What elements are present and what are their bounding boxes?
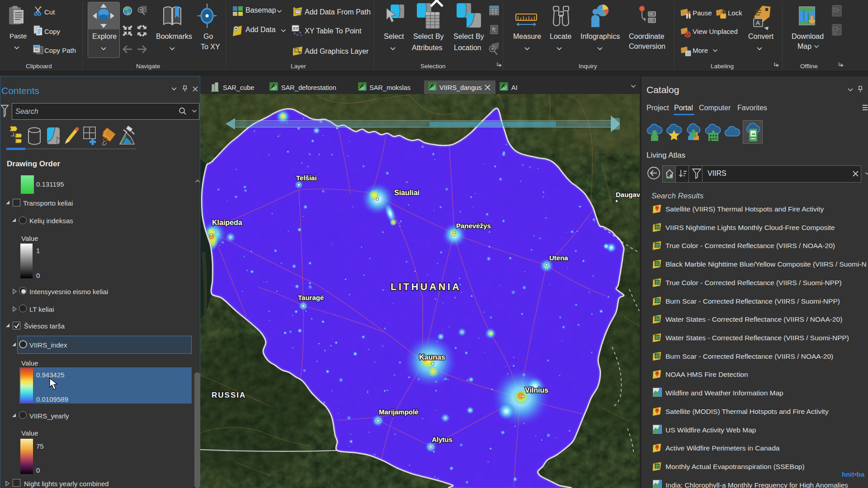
svg-text:Kaunas: Kaunas xyxy=(419,353,445,361)
svg-text:Telšiai: Telšiai xyxy=(296,174,317,182)
svg-text:Klaipeda: Klaipeda xyxy=(212,219,242,226)
svg-text:Utena: Utena xyxy=(549,254,568,262)
svg-text:Vilnius: Vilnius xyxy=(525,386,548,394)
svg-text:Tauragė: Tauragė xyxy=(298,294,324,301)
svg-text:RUSSIA: RUSSIA xyxy=(212,391,246,399)
svg-text:Alytus: Alytus xyxy=(432,436,453,443)
svg-text:Daugav: Daugav xyxy=(616,191,640,198)
svg-text:Siauliai: Siauliai xyxy=(394,189,420,197)
svg-text:LITHUANIA: LITHUANIA xyxy=(391,282,461,292)
svg-text:A: A xyxy=(756,19,760,26)
svg-text:Marijampolė: Marijampolė xyxy=(379,408,419,416)
svg-text:Panevėžys: Panevėžys xyxy=(456,222,491,230)
svg-text:XY: XY xyxy=(293,26,298,31)
